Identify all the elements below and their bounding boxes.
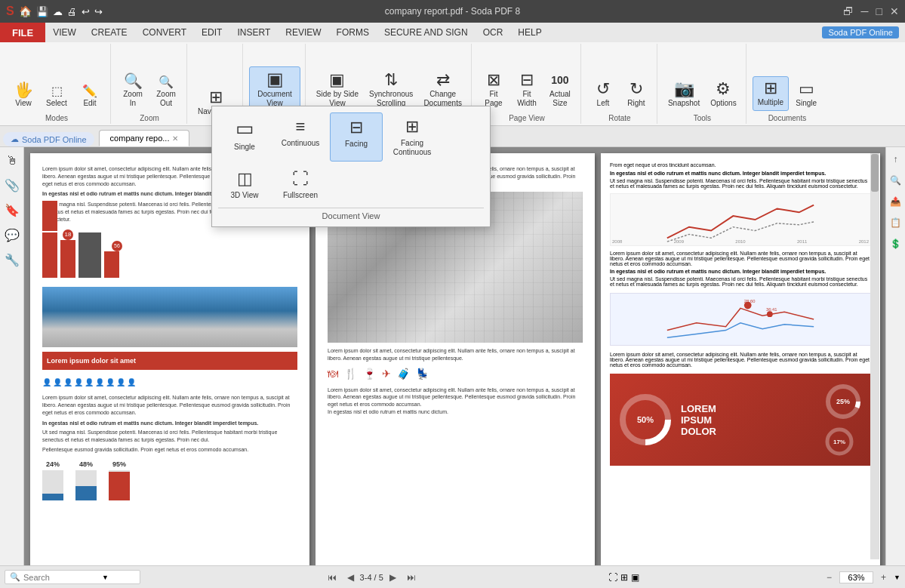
close-btn[interactable]: ✕ [890,5,899,17]
menu-review[interactable]: REVIEW [278,23,328,42]
menu-view[interactable]: VIEW [45,23,84,42]
sidebar-tools-icon[interactable]: 🔧 [1,249,23,271]
edit-label: Edit [83,99,96,108]
upload-icon[interactable]: ☁ [53,6,63,17]
menu-forms[interactable]: FORMS [329,23,377,42]
last-page-btn[interactable]: ⏭ [402,571,420,584]
dropdown-continuous[interactable]: ≡ Continuous [274,112,327,162]
zoom-dropdown-icon[interactable]: ▼ [894,574,900,581]
sidebar-bookmark-icon[interactable]: 🔖 [1,199,23,221]
single-button[interactable]: ▭ Single [790,78,822,111]
rotate-left-icon: ↺ [596,81,610,97]
zoom-input[interactable] [839,571,873,583]
lorem-text-fr4: Ut sed magna nisl. Suspendisse potenti. … [610,276,871,287]
menu-convert[interactable]: CONVERT [135,23,194,42]
print-icon[interactable]: 🖨 [67,6,77,17]
search-dropdown-icon[interactable]: ▼ [102,574,109,581]
window-title: company report.pdf - Soda PDF 8 [385,6,520,17]
first-page-btn[interactable]: ⏮ [323,571,341,584]
home-icon[interactable]: 🏠 [19,5,32,17]
svg-point-2 [767,311,773,317]
redo-icon[interactable]: ↪ [94,6,103,17]
undo-icon[interactable]: ↩ [82,6,90,17]
zoom-out-status-btn[interactable]: − [822,571,836,584]
ribbon-group-documents: ⊞ Multiple ▭ Single Documents [748,44,827,124]
svg-text:28:60: 28:60 [744,299,756,303]
titlebar: S 🏠 💾 ☁ 🖨 ↩ ↪ company report.pdf - Soda … [0,0,905,23]
person-icon-2: 👤 [53,377,62,388]
select-button[interactable]: ⬚ Select [41,82,72,111]
actual-size-button[interactable]: 100 ActualSize [544,69,576,111]
scrollbar-thumb[interactable] [871,154,879,192]
lorem-text-fr5: Lorem ipsum dolor sit amet, consectetur … [610,352,871,368]
zoom-in-label: ZoomIn [123,90,143,108]
zoom-out-button[interactable]: 🔍 ZoomOut [150,73,182,111]
snapshot-button[interactable]: 📷 Snapshot [663,78,704,111]
change-documents-button[interactable]: ⇄ ChangeDocuments [419,69,466,111]
dropdown-single[interactable]: ▭ Single [218,112,271,162]
maximize-btn[interactable]: □ [876,5,882,17]
dropdown-fullscreen[interactable]: ⛶ Fullscreen [274,165,327,205]
tab-label: company repo... [110,134,170,143]
menu-edit[interactable]: EDIT [194,23,229,42]
rotate-left-button[interactable]: ↺ Left [587,78,619,111]
modes-buttons: 🖐 View ⬚ Select ✏️ Edit [8,45,106,111]
options-button[interactable]: ⚙ Options [706,78,740,111]
menu-ocr[interactable]: OCR [476,23,511,42]
sidebar-comment-icon[interactable]: 💬 [1,224,23,246]
view-icon: 🖐 [14,82,33,97]
tab-soda-online[interactable]: ☁ Soda PDF Online [3,132,94,146]
dropdown-3d-view[interactable]: ◫ 3D View [218,165,271,205]
plane-icon: ✈ [382,367,391,382]
view-controls-statusbar: ⛶ ⊞ ▣ [608,572,639,583]
menu-insert[interactable]: INSERT [229,23,278,42]
pageview-buttons: ⊠ FitPage ⊟ FitWidth 100 ActualSize [478,45,576,111]
save-icon[interactable]: 💾 [36,6,48,17]
tab-company-report[interactable]: company repo... ✕ [99,130,190,146]
sidebar-right-scroll-icon[interactable]: ↑ [890,150,902,168]
expand-icon[interactable]: ⛶ [608,572,617,583]
tab-close-icon[interactable]: ✕ [172,134,178,143]
search-input[interactable] [23,573,99,582]
side-by-side-button[interactable]: ▣ Side by SideView [312,69,363,111]
ribbon-group-tools: 📷 Snapshot ⚙ Options Tools [659,44,746,124]
pdf-scrollbar[interactable] [870,153,879,559]
sidebar-right-zoom-icon[interactable]: 🔍 [886,171,905,189]
sidebar-right-clipboard-icon[interactable]: 📋 [886,214,905,232]
grid-icon[interactable]: ⊞ [620,572,628,583]
dropdown-facing[interactable]: ⊟ Facing [330,112,383,162]
next-page-btn[interactable]: ▶ [385,571,401,584]
fit-width-button[interactable]: ⊟ FitWidth [511,69,543,111]
facing-dropdown-icon: ⊟ [349,118,363,137]
menu-create[interactable]: CREATE [84,23,135,42]
right-sidebar: ↑ 🔍 📤 📋 💲 [885,147,905,565]
tools-group-label: Tools [694,111,711,122]
restore-btn[interactable]: 🗗 [843,5,854,17]
soda-online-button[interactable]: Soda PDF Online [822,26,899,38]
edit-button[interactable]: ✏️ Edit [74,82,106,111]
zoom-in-status-btn[interactable]: + [876,571,891,584]
search-box[interactable]: 🔍 ▼ [5,570,140,584]
rotate-right-button[interactable]: ↻ Right [620,78,652,111]
sidebar-right-export-icon[interactable]: 📤 [886,192,905,211]
sidebar-paperclip-icon[interactable]: 📎 [1,174,23,196]
minimize-btn[interactable]: ─ [861,5,869,17]
zoom-in-button[interactable]: 🔍 ZoomIn [117,70,149,111]
menu-secure[interactable]: SECURE AND SIGN [377,23,476,42]
navigation-icon: ⊞ [209,89,223,106]
change-docs-icon: ⇄ [436,72,450,88]
fit-page-button[interactable]: ⊠ FitPage [478,69,509,111]
prev-page-btn[interactable]: ◀ [343,571,359,584]
rotate-right-label: Right [627,99,645,108]
person-icon-8: 👤 [116,377,125,388]
synchronous-scrolling-button[interactable]: ⇅ SynchronousScrolling [365,69,417,111]
sidebar-hand-icon[interactable]: 🖱 [2,150,22,171]
multiple-button[interactable]: ⊞ Multiple [753,76,789,111]
dropdown-facing-continuous[interactable]: ⊞ Facing Continuous [386,112,439,162]
sidebar-right-money-icon[interactable]: 💲 [886,235,905,253]
view-mode-icon[interactable]: ▣ [631,572,639,583]
menu-help[interactable]: HELP [510,23,549,42]
cutlery-icon: 🍴 [344,367,357,382]
view-button[interactable]: 🖐 View [8,79,39,111]
file-menu[interactable]: FILE [0,23,45,42]
